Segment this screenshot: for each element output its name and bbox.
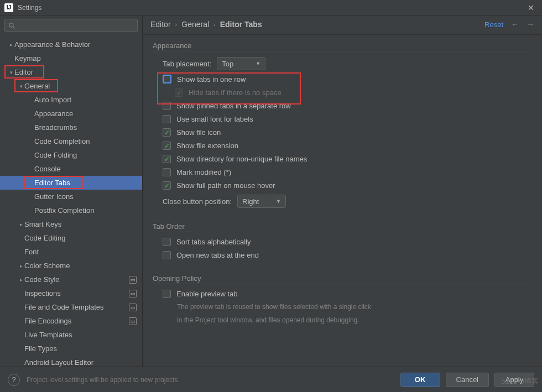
row-full-path-hover[interactable]: Show full path on mouse hover [153,181,532,190]
reset-link[interactable]: Reset [484,20,503,29]
tree-item-label: Appearance [34,109,73,118]
tree-item[interactable]: Editor Tabs [0,176,142,190]
tree-item-label: Live Templates [24,331,72,339]
tree-item-label: File Types [24,344,57,353]
row-open-end[interactable]: Open new tabs at the end [153,251,532,259]
search-icon [8,22,15,29]
apply-button[interactable]: Apply [494,373,534,387]
tree-item[interactable]: General [0,79,142,93]
project-badge-icon: ▭ [129,290,137,297]
cancel-button[interactable]: Cancel [446,373,489,387]
label-enable-preview: Enable preview tab [176,290,238,298]
tree-item[interactable]: Code Editing [0,231,142,245]
row-tab-placement: Tab placement: Top ▼ [153,57,532,70]
tree-item[interactable]: Android Layout Editor [0,356,142,367]
ok-button[interactable]: OK [400,373,440,387]
tree-item[interactable]: Appearance & Behavior [0,38,142,51]
section-opening-policy: Opening Policy [153,274,532,284]
row-enable-preview[interactable]: Enable preview tab [153,290,532,298]
tree-item-label: Appearance & Behavior [14,40,90,49]
chevron-right-icon: › [213,21,216,28]
tree-item-label: Code Completion [34,137,90,145]
chevron-down-icon: ▼ [256,61,260,66]
tree-item[interactable]: Keymap [0,51,142,65]
tree-item[interactable]: Breadcrumbs [0,121,142,134]
tree-item[interactable]: Code Folding [0,148,142,162]
row-show-pinned[interactable]: Show pinned tabs in a separate row [153,102,532,110]
forward-icon[interactable]: → [527,20,534,29]
footer-hint: Project-level settings will be applied t… [27,376,395,384]
content-body: Appearance Tab placement: Top ▼ Show tab… [143,35,542,367]
tree-arrow-icon[interactable] [8,42,14,48]
tree-item[interactable]: Font [0,245,142,259]
tree-item[interactable]: Gutter Icons [0,190,142,203]
tree-item-label: Android Layout Editor [24,358,93,367]
settings-tree[interactable]: Appearance & BehaviorKeymapEditorGeneral… [0,35,142,367]
row-mark-modified[interactable]: Mark modified (*) [153,168,532,176]
dropdown-value: Top [222,60,233,68]
tree-item-label: File and Code Templates [24,303,104,311]
checkbox-show-one-row[interactable] [163,75,171,83]
row-small-font[interactable]: Use small font for labels [153,115,532,123]
tree-item[interactable]: Color Scheme [0,259,142,273]
tree-item[interactable]: Smart Keys [0,217,142,231]
checkbox-file-icon[interactable] [163,128,171,137]
tree-item[interactable]: Live Templates [0,328,142,342]
tree-item-label: Console [34,165,61,173]
row-show-one-row[interactable]: Show tabs in one row [153,75,532,83]
breadcrumb-general[interactable]: General [181,20,209,29]
tree-item[interactable]: Appearance [0,107,142,121]
label-sort-alpha: Sort tabs alphabetically [176,238,251,246]
tree-item[interactable]: Console [0,162,142,176]
tree-arrow-icon[interactable] [18,263,24,269]
checkbox-sort-alpha[interactable] [163,238,171,246]
tree-item-label: Auto Import [34,96,71,104]
main-area: Appearance & BehaviorKeymapEditorGeneral… [0,15,542,367]
label-show-one-row: Show tabs in one row [177,75,246,83]
content-panel: Editor › General › Editor Tabs Reset ← →… [143,15,542,367]
tree-arrow-icon[interactable] [18,277,24,283]
dropdown-close-btn-position[interactable]: Right ▼ [237,195,286,208]
tree-item[interactable]: Postfix Completion [0,203,142,217]
tree-item-label: Code Style [24,275,60,284]
tree-item[interactable]: Editor [0,65,142,79]
checkbox-hide-no-space [175,88,183,97]
tree-arrow-icon[interactable] [18,83,24,89]
checkbox-small-font[interactable] [163,115,171,123]
tree-item-label: Smart Keys [24,220,61,228]
checkbox-open-end[interactable] [163,251,171,259]
dropdown-tab-placement[interactable]: Top ▼ [217,57,265,70]
checkbox-enable-preview[interactable] [163,290,171,298]
close-icon[interactable]: ✕ [524,3,538,12]
back-icon[interactable]: ← [511,20,519,29]
chevron-right-icon: › [175,21,178,28]
row-dir-non-unique[interactable]: Show directory for non-unique file names [153,155,532,163]
section-appearance: Appearance [153,41,532,51]
tree-item[interactable]: Code Style▭ [0,273,142,286]
tree-item[interactable]: Code Completion [0,134,142,148]
checkbox-full-path-hover[interactable] [163,181,171,190]
tree-item[interactable]: File and Code Templates▭ [0,300,142,314]
row-sort-alpha[interactable]: Sort tabs alphabetically [153,238,532,246]
label-file-icon: Show file icon [176,128,221,137]
breadcrumb-current: Editor Tabs [220,20,262,29]
titlebar: IJ Settings ✕ [0,0,542,15]
tree-item-label: Editor [14,68,33,76]
tree-arrow-icon[interactable] [18,222,24,227]
project-badge-icon: ▭ [129,317,137,325]
checkbox-dir-non-unique[interactable] [163,155,171,163]
breadcrumb-editor[interactable]: Editor [150,20,171,29]
checkbox-show-pinned[interactable] [163,102,171,110]
tree-arrow-icon[interactable] [8,70,14,75]
tree-item[interactable]: File Types [0,342,142,356]
tree-item[interactable]: Auto Import [0,93,142,107]
checkbox-mark-modified[interactable] [163,168,171,176]
checkbox-file-ext[interactable] [163,142,171,150]
tree-item[interactable]: File Encodings▭ [0,314,142,328]
search-input[interactable] [4,19,138,32]
row-file-ext[interactable]: Show file extension [153,142,532,150]
help-icon[interactable]: ? [8,374,20,386]
tree-item[interactable]: Inspections▭ [0,286,142,300]
row-file-icon[interactable]: Show file icon [153,128,532,137]
label-open-end: Open new tabs at the end [176,251,259,259]
